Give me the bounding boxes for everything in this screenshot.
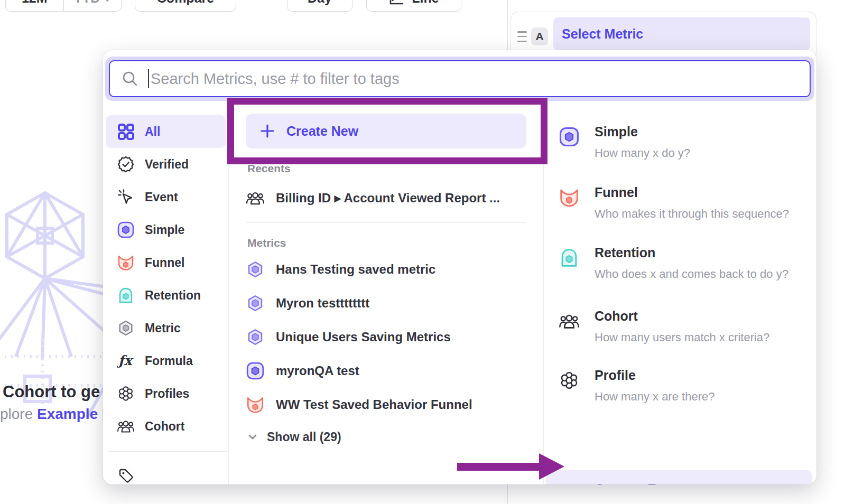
range-12m-label: 12M bbox=[22, 0, 48, 6]
day-label: Day bbox=[308, 0, 332, 6]
range-12m-button[interactable]: 12M bbox=[6, 0, 63, 11]
metrics-heading: Metrics bbox=[247, 237, 526, 249]
sidebar-item-verified[interactable]: Verified bbox=[106, 148, 226, 181]
search-box bbox=[109, 60, 811, 97]
search-focus-halo bbox=[105, 57, 814, 101]
show-all-toggle[interactable]: Show all (29) bbox=[247, 422, 526, 452]
day-granularity-button[interactable]: Day bbox=[287, 0, 352, 12]
sidebar-item-simple[interactable]: Simple bbox=[106, 213, 226, 246]
search-input[interactable] bbox=[151, 70, 810, 88]
row-letter: A bbox=[535, 30, 543, 43]
type-description: Who does x and comes back to do y? bbox=[595, 267, 788, 281]
sidebar-item-label: Funnel bbox=[145, 256, 184, 270]
sidebar-item-funnel[interactable]: Funnel bbox=[106, 246, 226, 279]
range-ytd-button[interactable]: YTD bbox=[63, 0, 122, 11]
compare-label: Compare bbox=[157, 0, 214, 6]
sidebar-item-formula[interactable]: ƒx Formula bbox=[106, 344, 226, 377]
create-new-button[interactable]: Create New bbox=[246, 114, 526, 148]
select-metric-label: Select Metric bbox=[562, 26, 643, 42]
simple-metric-icon bbox=[559, 126, 580, 147]
formula-fx-icon: ƒx bbox=[117, 352, 135, 370]
line-label: Line bbox=[412, 0, 439, 6]
event-cursor-icon bbox=[117, 188, 135, 206]
metric-list-item[interactable]: Myron testttttttt bbox=[246, 286, 526, 320]
sidebar-item-all[interactable]: All bbox=[106, 115, 226, 148]
metric-list-item[interactable]: Unique Users Saving Metrics bbox=[246, 320, 526, 354]
metric-row-letter-badge: A bbox=[531, 27, 548, 45]
simple-metric-icon bbox=[246, 361, 265, 380]
date-range-segmented-control: 12M YTD bbox=[5, 0, 122, 12]
sidebar-item-label: Cohort bbox=[145, 419, 184, 434]
text-cursor bbox=[148, 69, 149, 88]
metric-picker-modal: All Verified Event Simple bbox=[103, 50, 816, 484]
sidebar-item-tags-clipped[interactable] bbox=[106, 459, 226, 484]
sidebar-item-label: Retention bbox=[145, 288, 201, 303]
type-title: Retention bbox=[595, 245, 655, 260]
select-metric-button[interactable]: Select Metric bbox=[553, 17, 810, 50]
drag-handle-icon[interactable] bbox=[517, 31, 527, 42]
recent-item-label: Billing ID ▸ Account Viewed Report ... bbox=[276, 191, 500, 206]
sidebar-item-label: Simple bbox=[145, 223, 184, 237]
metric-item-label: Myron testttttttt bbox=[276, 296, 369, 311]
sidebar-item-metric[interactable]: Metric bbox=[106, 312, 226, 344]
sidebar-item-label: Event bbox=[145, 190, 178, 204]
recent-item[interactable]: Billing ID ▸ Account Viewed Report ... bbox=[246, 181, 526, 215]
metric-list-column: Create New Recents Billing ID ▸ Account … bbox=[229, 104, 543, 484]
type-description: How many users match x criteria? bbox=[595, 331, 769, 344]
saved-metric-hexagon-icon bbox=[246, 328, 265, 347]
metric-list-item[interactable]: WW Test Saved Behavior Funnel bbox=[246, 388, 526, 422]
verified-seal-icon bbox=[117, 155, 135, 173]
sidebar-item-event[interactable]: Event bbox=[106, 181, 226, 213]
sidebar-item-profiles[interactable]: Profiles bbox=[106, 377, 226, 410]
line-chart-icon bbox=[388, 0, 404, 6]
metric-types-column: Simple How many x do y? Funnel Who makes… bbox=[543, 104, 816, 484]
metric-item-label: myronQA test bbox=[276, 363, 359, 378]
type-description: How many x do y? bbox=[595, 146, 690, 160]
type-title: Simple bbox=[595, 124, 638, 139]
metric-item-label: WW Test Saved Behavior Funnel bbox=[276, 397, 472, 412]
compare-button[interactable]: Compare bbox=[135, 0, 236, 12]
retention-icon bbox=[117, 286, 135, 304]
show-all-label: Show all (29) bbox=[267, 430, 341, 444]
funnel-icon bbox=[559, 187, 580, 208]
empty-state-subtext: xplore Example R bbox=[0, 406, 113, 423]
metric-item-label: Hans Testing saved metric bbox=[276, 262, 435, 277]
chevron-down-icon bbox=[247, 431, 258, 443]
custom-event-cursor-icon bbox=[559, 483, 580, 484]
retention-icon bbox=[559, 247, 580, 268]
metric-list-item[interactable]: Hans Testing saved metric bbox=[246, 253, 526, 286]
explore-prefix: xplore bbox=[0, 406, 33, 422]
sidebar-item-label: All bbox=[145, 125, 160, 139]
metric-list-item[interactable]: myronQA test bbox=[246, 354, 526, 388]
search-icon bbox=[122, 70, 138, 87]
cohort-people-icon bbox=[559, 311, 580, 332]
type-description: How many x are there? bbox=[595, 390, 714, 404]
sidebar-divider bbox=[108, 451, 228, 452]
chevron-down-icon bbox=[102, 0, 113, 2]
saved-metric-hexagon-icon bbox=[246, 260, 265, 279]
saved-metric-hexagon-icon bbox=[246, 294, 265, 313]
profiles-cluster-icon bbox=[117, 385, 135, 403]
funnel-icon bbox=[117, 254, 135, 272]
sidebar-item-label: Metric bbox=[145, 321, 181, 335]
line-chart-type-button[interactable]: Line bbox=[366, 0, 461, 12]
cohort-people-icon bbox=[246, 189, 265, 208]
example-reports-link[interactable]: Example R bbox=[37, 406, 113, 422]
svg-text:ƒx: ƒx bbox=[117, 353, 134, 368]
sidebar-item-label: Profiles bbox=[145, 387, 189, 401]
create-new-label: Create New bbox=[286, 124, 358, 139]
metric-hexagon-icon bbox=[117, 319, 135, 337]
profiles-cluster-icon bbox=[559, 370, 580, 391]
type-title: Cohort bbox=[595, 309, 638, 324]
section-divider bbox=[246, 222, 526, 223]
recents-heading: Recents bbox=[247, 162, 526, 175]
type-description: Who makes it through this sequence? bbox=[595, 207, 789, 221]
funnel-icon bbox=[246, 395, 265, 414]
sidebar-item-retention[interactable]: Retention bbox=[106, 279, 226, 312]
empty-state-headline: Cohort to ge bbox=[3, 382, 100, 402]
type-title: Profile bbox=[595, 368, 636, 383]
cohort-people-icon bbox=[117, 417, 135, 435]
type-title: Custom Event bbox=[595, 481, 683, 484]
sidebar-item-label: Verified bbox=[145, 157, 189, 172]
sidebar-item-cohort[interactable]: Cohort bbox=[106, 410, 226, 443]
